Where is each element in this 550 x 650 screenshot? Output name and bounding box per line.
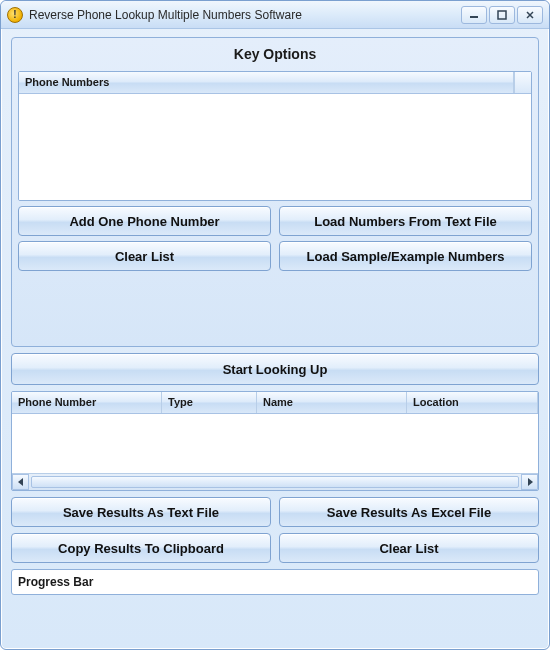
results-col-name[interactable]: Name xyxy=(257,392,407,413)
svg-marker-4 xyxy=(18,478,23,486)
progress-bar: Progress Bar xyxy=(11,569,539,595)
results-col-type[interactable]: Type xyxy=(162,392,257,413)
results-hscrollbar[interactable] xyxy=(12,473,538,490)
key-options-group: Key Options Phone Numbers Add One Phone … xyxy=(11,37,539,347)
results-header: Phone Number Type Name Location xyxy=(12,392,538,414)
results-list-body[interactable] xyxy=(12,414,538,473)
minimize-button[interactable] xyxy=(461,6,487,24)
chevron-left-icon xyxy=(18,478,24,486)
app-icon: ! xyxy=(7,7,23,23)
titlebar[interactable]: ! Reverse Phone Lookup Multiple Numbers … xyxy=(1,1,549,29)
load-sample-button[interactable]: Load Sample/Example Numbers xyxy=(279,241,532,271)
start-lookup-button[interactable]: Start Looking Up xyxy=(11,353,539,385)
maximize-icon xyxy=(497,10,507,20)
add-one-phone-button[interactable]: Add One Phone Number xyxy=(18,206,271,236)
svg-rect-1 xyxy=(498,11,506,19)
copy-clipboard-button[interactable]: Copy Results To Clipboard xyxy=(11,533,271,563)
input-list-body[interactable] xyxy=(19,94,531,200)
window-title: Reverse Phone Lookup Multiple Numbers So… xyxy=(29,8,461,22)
chevron-right-icon xyxy=(527,478,533,486)
close-button[interactable] xyxy=(517,6,543,24)
content-area: Key Options Phone Numbers Add One Phone … xyxy=(1,29,549,649)
minimize-icon xyxy=(469,10,479,20)
save-text-button[interactable]: Save Results As Text File xyxy=(11,497,271,527)
input-list-column-phone[interactable]: Phone Numbers xyxy=(19,72,514,93)
maximize-button[interactable] xyxy=(489,6,515,24)
results-list[interactable]: Phone Number Type Name Location xyxy=(11,391,539,491)
app-window: ! Reverse Phone Lookup Multiple Numbers … xyxy=(0,0,550,650)
close-icon xyxy=(525,10,535,20)
input-list-header: Phone Numbers xyxy=(19,72,531,94)
progress-label: Progress Bar xyxy=(18,575,93,589)
phone-numbers-list[interactable]: Phone Numbers xyxy=(18,71,532,201)
svg-marker-5 xyxy=(528,478,533,486)
clear-results-button[interactable]: Clear List xyxy=(279,533,539,563)
clear-input-list-button[interactable]: Clear List xyxy=(18,241,271,271)
load-from-file-button[interactable]: Load Numbers From Text File xyxy=(279,206,532,236)
results-col-location[interactable]: Location xyxy=(407,392,538,413)
window-controls xyxy=(461,6,543,24)
save-excel-button[interactable]: Save Results As Excel File xyxy=(279,497,539,527)
group-title: Key Options xyxy=(18,44,532,66)
results-col-phone[interactable]: Phone Number xyxy=(12,392,162,413)
scroll-right-button[interactable] xyxy=(521,474,538,490)
scroll-track[interactable] xyxy=(29,474,521,490)
list-scroll-gutter xyxy=(514,72,531,93)
scroll-left-button[interactable] xyxy=(12,474,29,490)
scroll-thumb[interactable] xyxy=(31,476,519,488)
